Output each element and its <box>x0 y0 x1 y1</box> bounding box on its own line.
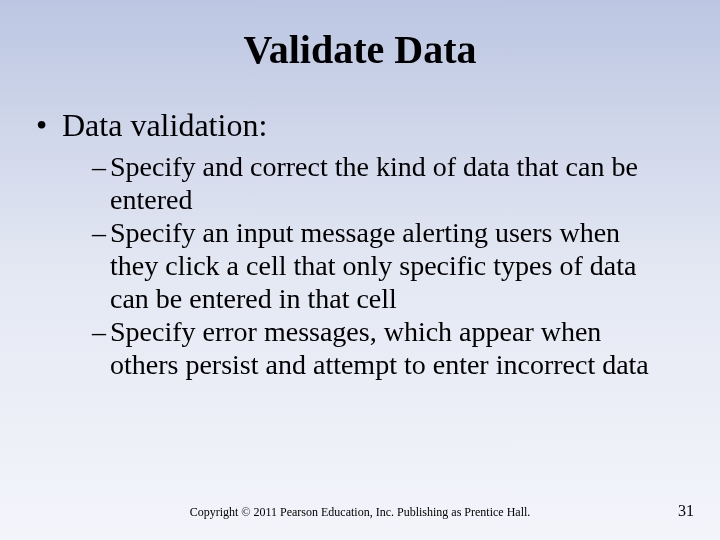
bullet-level1: Data validation: <box>36 107 690 144</box>
sub-bullet-3: Specify error messages, which appear whe… <box>92 315 672 381</box>
sub-bullet-1: Specify and correct the kind of data tha… <box>92 150 672 216</box>
page-number: 31 <box>678 502 694 520</box>
sub-bullet-group: Specify and correct the kind of data tha… <box>92 150 672 381</box>
slide-title: Validate Data <box>30 26 690 73</box>
slide: Validate Data Data validation: Specify a… <box>0 0 720 540</box>
copyright-text: Copyright © 2011 Pearson Education, Inc.… <box>0 505 720 520</box>
sub-bullet-2: Specify an input message alerting users … <box>92 216 672 315</box>
